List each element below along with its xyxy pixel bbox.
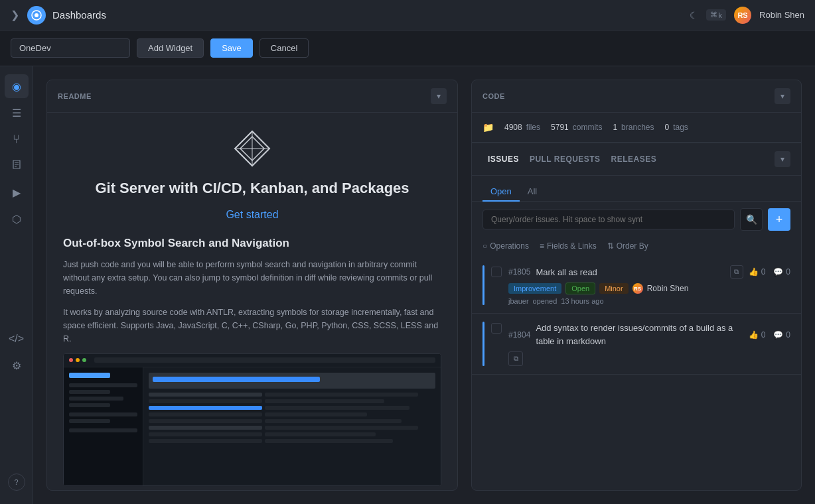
readme-logo [232,129,272,168]
issue-open-all-nav: Open All [472,176,801,202]
dashboard-name-input[interactable] [11,38,130,58]
tab-pull-requests[interactable]: PULL REQUESTS [524,152,606,166]
comment-icon-1: 💬 [773,267,783,277]
issue-search-input[interactable] [482,210,735,229]
commits-count: 5791 [551,123,569,132]
issue-checkbox-2[interactable] [491,323,502,334]
sidebar-item-settings[interactable]: ⚙ [5,353,29,377]
search-button[interactable]: 🔍 [740,208,763,231]
fields-links-filter[interactable]: ≡ Fields & Links [540,241,597,251]
tag-open[interactable]: Open [565,283,595,294]
save-button[interactable]: Save [210,38,253,58]
tab-issues[interactable]: ISSUES [482,152,524,166]
readme-subheading: Out-of-box Symbol Search and Navigation [63,237,441,250]
tags-label: tags [673,123,688,132]
reaction-thumbsup-2: 👍 0 [749,330,766,340]
tag-minor[interactable]: Minor [599,283,629,294]
theme-toggle-icon[interactable]: ☾ [690,10,698,21]
tags-stat: 0 tags [664,123,688,132]
issues-header: ISSUES PULL REQUESTS RELEASES ▾ [472,143,801,176]
readme-paragraph-2: It works by analyzing source code with A… [63,306,441,346]
issue-item-1804: #1804 Add syntax to render issues/commit… [472,314,801,375]
sidebar-item-builds[interactable] [5,154,29,178]
reaction-thumbsup-1: 👍 0 [749,267,766,277]
files-stat: 4908 files [504,123,540,132]
code-widget-header: CODE ▾ [472,80,801,113]
keyboard-shortcut: ⌘ k [706,9,727,21]
sidebar-item-help[interactable]: ? [8,473,25,491]
plus-icon: + [776,213,783,227]
issue-number-2: #1804 [508,330,530,340]
order-by-label: Order By [617,241,648,251]
toolbar: Add Widget Save Cancel [0,31,815,66]
readme-widget-header: README ▾ [47,80,457,113]
readme-heading: Git Server with CI/CD, Kanban, and Packa… [63,179,441,198]
issue-reactions-2: 👍 0 💬 0 [749,330,790,340]
pull-requests-icon: ⑂ [13,133,20,147]
commits-label: commits [573,123,603,132]
operations-filter[interactable]: ○ Operations [482,241,529,251]
sidebar: ◉ ☰ ⑂ ▶ ⬡ </> ⚙ ? [0,66,33,504]
tag-improvement[interactable]: Improvement [508,283,561,294]
page-title: Dashboards [52,9,690,21]
issue-copy-button-1[interactable]: ⧉ [730,265,743,279]
readme-menu-button[interactable]: ▾ [431,88,447,104]
readme-screenshot [63,353,441,486]
issue-tags-1: Improvement Open Minor RS Robin Shen [508,283,790,294]
issues-tabs-row: ISSUES PULL REQUESTS RELEASES [482,152,662,166]
issue-body-2: #1804 Add syntax to render issues/commit… [508,322,790,366]
issues-icon: ☰ [12,107,21,119]
opened-time-1: 13 hours ago [561,297,603,305]
sidebar-item-operations[interactable]: ▶ [5,180,29,204]
issue-title-row-1: #1805 Mark all as read ⧉ 👍 0 [508,265,790,279]
sidebar-item-packages[interactable]: ⬡ [5,207,29,231]
folder-icon: 📁 [482,122,494,133]
files-label: files [526,123,540,132]
settings-icon: ⚙ [12,359,21,372]
branches-count: 1 [613,123,617,132]
issue-copy-row-2: ⧉ [508,351,790,366]
tags-count: 0 [664,123,669,132]
avatar[interactable]: RS [734,7,751,24]
add-widget-button[interactable]: Add Widget [137,38,204,58]
tab-all[interactable]: All [520,182,545,202]
commits-stat: 5791 commits [551,123,602,132]
packages-icon: ⬡ [12,213,21,225]
app-logo [27,6,46,25]
operations-filter-icon: ○ [482,241,487,251]
reaction-comments-1: 💬 0 [773,267,790,277]
issue-number-1: #1805 [508,267,530,277]
content-area: README ▾ Git Server with CI/CD, Kanban, … [33,66,815,504]
readme-paragraph-1: Just push code and you will be able to p… [63,258,441,298]
issues-section: ISSUES PULL REQUESTS RELEASES ▾ Open All [472,143,801,375]
issue-user-name-1: Robin Shen [647,284,689,293]
dashboard-icon: ◉ [12,80,21,93]
issue-copy-button-2[interactable]: ⧉ [508,351,523,366]
issues-menu-button[interactable]: ▾ [775,151,790,167]
opened-by-1: jbauer [508,297,529,305]
readme-widget-title: README [58,92,92,100]
issue-checkbox-1[interactable] [491,267,502,277]
branches-label: branches [621,123,654,132]
issue-body-1: #1805 Mark all as read ⧉ 👍 0 [508,265,790,305]
issue-bar-2 [482,322,484,366]
issue-title-2[interactable]: Add syntax to render issues/commits of a… [536,322,743,347]
sidebar-item-dashboard[interactable]: ◉ [5,74,29,98]
code-menu-button[interactable]: ▾ [775,88,790,104]
tab-open[interactable]: Open [482,182,520,202]
sidebar-item-issues[interactable]: ☰ [5,101,29,125]
issue-search-row: 🔍 + [472,202,801,237]
cancel-button[interactable]: Cancel [259,38,309,58]
readme-get-started-link[interactable]: Get started [63,209,441,221]
code-section: CODE ▾ 📁 4908 files 5791 commits [472,80,801,143]
comment-icon-2: 💬 [773,330,783,340]
add-issue-button[interactable]: + [768,208,790,231]
order-by-filter[interactable]: ⇅ Order By [607,241,648,251]
readme-content: Git Server with CI/CD, Kanban, and Packa… [47,113,457,491]
nav-toggle-icon[interactable]: ❯ [11,9,19,21]
tab-releases[interactable]: RELEASES [606,152,662,166]
svg-point-1 [35,13,38,17]
sidebar-item-code[interactable]: </> [5,327,29,351]
sidebar-item-pull-requests[interactable]: ⑂ [5,127,29,151]
issue-title-1[interactable]: Mark all as read [536,267,724,277]
